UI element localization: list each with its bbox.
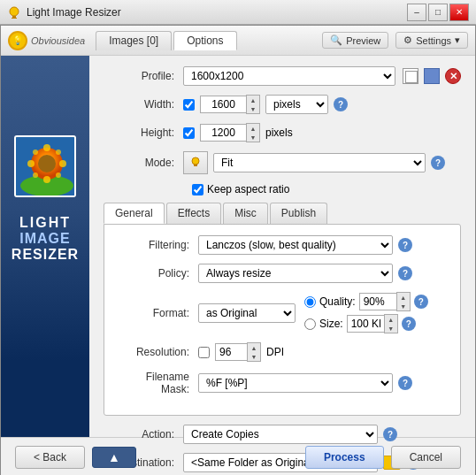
preview-button[interactable]: 🔍 Preview	[322, 32, 388, 49]
action-help-icon[interactable]: ?	[383, 427, 397, 441]
resolution-row: Resolution: ▲ ▼ DPI	[119, 342, 446, 362]
policy-row: Policy: Always resize Only if larger Onl…	[119, 264, 446, 283]
quality-input[interactable]	[359, 293, 396, 310]
tab-content: Filtering: Lanczos (slow, best quality) …	[104, 224, 461, 416]
quality-up-button[interactable]: ▲	[397, 293, 410, 302]
logo-text: Obviousidea	[31, 35, 85, 46]
resolution-checkbox[interactable]	[198, 347, 210, 358]
resolution-down-button[interactable]: ▼	[248, 352, 260, 361]
width-down-button[interactable]: ▼	[247, 104, 259, 113]
svg-point-13	[56, 172, 61, 178]
size-spinner: ▲ ▼	[384, 314, 398, 333]
height-up-button[interactable]: ▲	[247, 124, 259, 133]
profile-label: Profile:	[104, 70, 183, 82]
filtering-help-icon[interactable]: ?	[398, 238, 412, 252]
gear-icon: ⚙	[403, 34, 412, 46]
mode-help-icon[interactable]: ?	[431, 156, 445, 170]
tab-publish[interactable]: Publish	[270, 203, 327, 224]
width-input-group: ▲ ▼	[200, 95, 260, 114]
logo-area: 💡 Obviousidea	[8, 31, 85, 50]
back-button[interactable]: < Back	[15, 446, 85, 469]
app-icon	[7, 5, 21, 19]
size-radio[interactable]	[304, 318, 316, 330]
width-checkbox[interactable]	[183, 99, 195, 111]
sidebar-thumbnail	[14, 135, 76, 197]
resolution-label: Resolution:	[119, 346, 198, 358]
filename-select[interactable]: %F [%P] %F_resized	[198, 373, 393, 393]
svg-point-9	[59, 160, 66, 167]
height-down-button[interactable]: ▼	[247, 133, 259, 142]
format-row: Format: as Original JPEG PNG BMP Quality…	[119, 292, 446, 333]
copy-icon[interactable]	[403, 68, 418, 84]
aspect-checkbox[interactable]	[192, 184, 203, 195]
title-bar: Light Image Resizer – □ ✕	[0, 0, 476, 25]
svg-point-0	[10, 7, 19, 16]
close-button[interactable]: ✕	[449, 4, 469, 21]
height-label: Height:	[104, 126, 183, 139]
quality-label: Quality:	[319, 295, 356, 308]
svg-rect-1	[12, 16, 16, 18]
height-checkbox[interactable]	[183, 127, 195, 139]
maximize-button[interactable]: □	[428, 4, 448, 21]
chevron-down-icon: ▾	[455, 34, 460, 46]
resolution-controls: ▲ ▼ DPI	[198, 342, 446, 362]
save-icon[interactable]	[424, 68, 440, 84]
policy-select[interactable]: Always resize Only if larger Only if sma…	[198, 264, 393, 283]
filename-help-icon[interactable]: ?	[398, 376, 412, 390]
mode-row: Mode: Fit Fill Stretch Crop ?	[104, 151, 461, 174]
content-area: LIGHT IMAGE RESIZER Profile: 1600x1200 ✕	[1, 56, 475, 437]
mode-icon-button[interactable]	[183, 151, 208, 174]
tab-effects[interactable]: Effects	[166, 203, 221, 224]
nav-tabs: Images [0] Options	[96, 31, 322, 50]
policy-help-icon[interactable]: ?	[398, 266, 412, 280]
policy-label: Policy:	[119, 267, 198, 280]
action-select[interactable]: Create Copies Replace Originals	[183, 425, 378, 444]
filtering-label: Filtering:	[119, 239, 198, 251]
process-button[interactable]: Process	[305, 446, 384, 469]
quality-input-group: ▲ ▼	[359, 292, 411, 311]
width-spinner: ▲ ▼	[246, 95, 260, 114]
size-input-group: ▲ ▼	[347, 314, 398, 333]
svg-point-11	[56, 149, 61, 155]
action-controls: Create Copies Replace Originals ?	[183, 425, 461, 444]
quality-radio[interactable]	[304, 296, 316, 308]
aspect-row: Keep aspect ratio	[104, 183, 461, 195]
quality-down-button[interactable]: ▼	[397, 302, 410, 310]
height-spinner: ▲ ▼	[246, 123, 260, 142]
mode-select[interactable]: Fit Fill Stretch Crop	[213, 153, 426, 172]
tab-images[interactable]: Images [0]	[96, 31, 172, 50]
arrow-up-button[interactable]: ▲	[92, 447, 136, 468]
action-row: Action: Create Copies Replace Originals …	[104, 425, 461, 444]
tab-general[interactable]: General	[104, 203, 165, 224]
filename-controls: %F [%P] %F_resized ?	[198, 373, 446, 393]
cancel-button[interactable]: Cancel	[391, 446, 461, 469]
form-area: Profile: 1600x1200 ✕ Width:	[89, 56, 475, 437]
filename-row: Filename Mask: %F [%P] %F_resized ?	[119, 371, 446, 395]
settings-button[interactable]: ⚙ Settings ▾	[395, 32, 468, 49]
height-input[interactable]	[200, 124, 246, 142]
size-input[interactable]	[347, 315, 384, 333]
format-select[interactable]: as Original JPEG PNG BMP	[198, 303, 296, 323]
width-input[interactable]	[200, 96, 246, 113]
size-help-icon[interactable]: ?	[402, 317, 416, 331]
resolution-input[interactable]	[215, 343, 247, 361]
height-controls: ▲ ▼ pixels	[183, 123, 461, 142]
size-up-button[interactable]: ▲	[385, 315, 397, 324]
width-up-button[interactable]: ▲	[247, 96, 259, 104]
width-help-icon[interactable]: ?	[334, 97, 348, 111]
resolution-up-button[interactable]: ▲	[248, 343, 260, 352]
quality-spinner: ▲ ▼	[396, 292, 411, 311]
format-controls: as Original JPEG PNG BMP Quality:	[198, 292, 446, 333]
tab-options[interactable]: Options	[173, 31, 236, 50]
size-down-button[interactable]: ▼	[385, 324, 397, 333]
inner-tabs: General Effects Misc Publish	[104, 203, 461, 224]
width-unit-select[interactable]: pixels percent cm inches	[265, 95, 328, 114]
delete-icon[interactable]: ✕	[445, 68, 461, 84]
minimize-button[interactable]: –	[407, 4, 426, 21]
filtering-select[interactable]: Lanczos (slow, best quality) Bilinear Bi…	[198, 235, 393, 255]
tab-misc[interactable]: Misc	[223, 203, 268, 224]
nav-actions: 🔍 Preview ⚙ Settings ▾	[322, 32, 468, 49]
bottom-btn-group: Process Cancel	[305, 446, 461, 469]
profile-select[interactable]: 1600x1200	[183, 66, 395, 86]
quality-help-icon[interactable]: ?	[414, 295, 428, 309]
